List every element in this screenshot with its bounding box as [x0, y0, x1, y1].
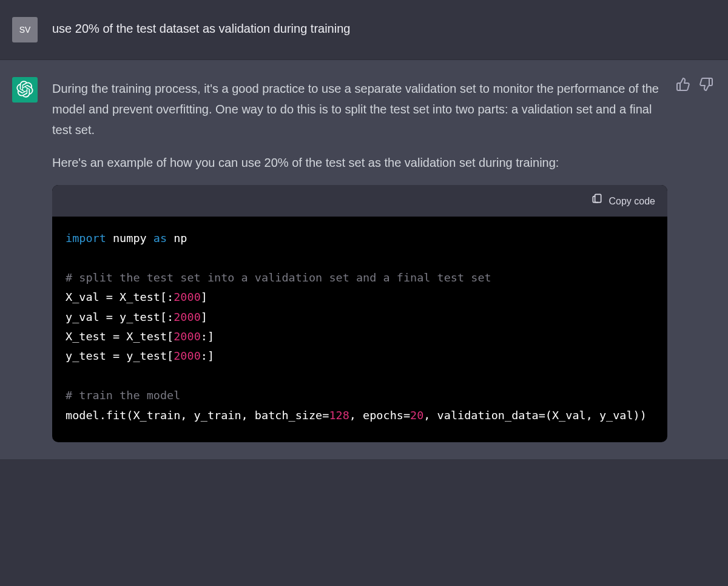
code-line: X_val = X_test[: — [66, 291, 174, 303]
code-number: 128 — [329, 409, 349, 422]
assistant-avatar — [12, 77, 38, 103]
code-number: 2000 — [174, 291, 201, 303]
assistant-paragraph-1: During the training process, it's a good… — [52, 78, 667, 140]
code-line: :] — [201, 330, 214, 343]
code-module: numpy — [113, 232, 147, 244]
code-number: 2000 — [174, 349, 201, 362]
code-keyword-as: as — [153, 232, 167, 244]
code-line: ] — [201, 311, 207, 323]
svg-rect-0 — [595, 194, 601, 202]
code-header: Copy code — [52, 185, 667, 217]
code-keyword-import: import — [66, 232, 106, 244]
user-message-row: SV use 20% of the test dataset as valida… — [0, 0, 728, 60]
clipboard-icon — [591, 192, 603, 209]
thumbs-up-button[interactable] — [676, 77, 690, 92]
assistant-message-row: During the training process, it's a good… — [0, 60, 728, 459]
code-line: model.fit(X_train, y_train, batch_size= — [66, 409, 329, 422]
code-comment-2: # train the model — [66, 389, 180, 402]
feedback-controls — [676, 77, 713, 92]
code-body: import numpy as np # split the test set … — [52, 217, 667, 442]
code-alias: np — [174, 232, 187, 244]
code-line: , epochs= — [349, 409, 410, 422]
copy-code-label: Copy code — [609, 193, 656, 209]
copy-code-button[interactable]: Copy code — [591, 192, 656, 209]
user-message-text: use 20% of the test dataset as validatio… — [52, 17, 716, 42]
code-line: y_val = y_test[: — [66, 311, 174, 323]
code-number: 2000 — [174, 311, 201, 323]
code-line: X_test = X_test[ — [66, 330, 174, 343]
assistant-paragraph-2: Here's an example of how you can use 20%… — [52, 152, 667, 173]
openai-logo-icon — [16, 81, 33, 99]
code-number: 2000 — [174, 330, 201, 343]
thumbs-up-icon — [676, 83, 690, 93]
code-line: y_test = y_test[ — [66, 349, 174, 362]
user-avatar: SV — [12, 17, 38, 42]
code-line: :] — [201, 349, 214, 362]
thumbs-down-button[interactable] — [699, 77, 713, 92]
code-comment-1: # split the test set into a validation s… — [66, 271, 491, 284]
code-block: Copy code import numpy as np # split the… — [52, 185, 667, 442]
code-line: , validation_data=(X_val, y_val)) — [423, 409, 647, 422]
thumbs-down-icon — [699, 83, 713, 93]
user-avatar-initials: SV — [19, 25, 31, 35]
code-number: 20 — [410, 409, 423, 422]
assistant-content: During the training process, it's a good… — [52, 77, 716, 442]
code-line: ] — [201, 291, 207, 303]
